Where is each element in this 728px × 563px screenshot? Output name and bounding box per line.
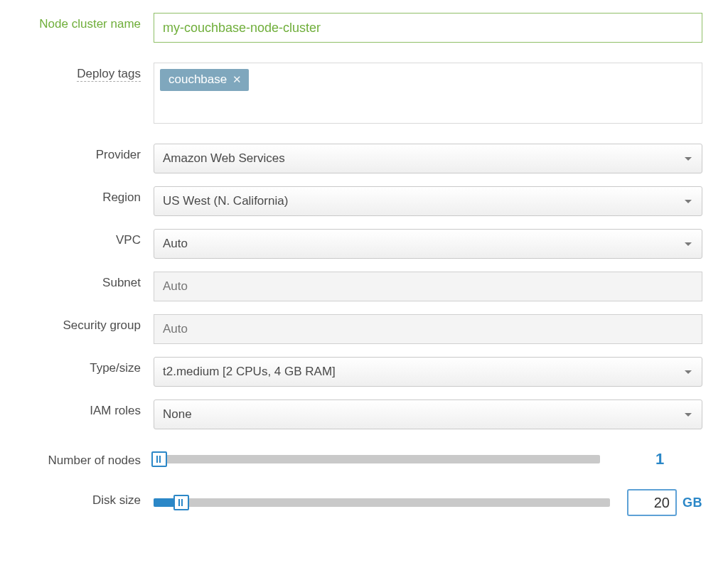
iam-roles-value: None [163, 407, 192, 421]
region-value: US West (N. California) [163, 194, 288, 208]
number-of-nodes-label: Number of nodes [26, 449, 154, 468]
number-of-nodes-slider[interactable] [154, 449, 600, 469]
disk-size-label: Disk size [26, 489, 154, 508]
slider-handle-icon[interactable] [151, 451, 167, 467]
region-label: Region [26, 186, 154, 205]
vpc-value: Auto [163, 237, 188, 250]
node-cluster-name-label: Node cluster name [26, 13, 154, 31]
vpc-select[interactable]: Auto [154, 229, 702, 259]
number-of-nodes-value: 1 [617, 450, 702, 468]
security-group-input [154, 314, 702, 344]
iam-roles-label: IAM roles [26, 400, 154, 418]
subnet-label: Subnet [26, 272, 154, 290]
disk-size-slider[interactable] [154, 493, 610, 513]
iam-roles-select[interactable]: None [154, 400, 702, 429]
type-size-label: Type/size [26, 357, 154, 375]
disk-size-input[interactable] [627, 489, 677, 516]
chevron-down-icon [685, 200, 692, 203]
tag-chip[interactable]: couchbase ✕ [160, 69, 249, 91]
type-size-value: t2.medium [2 CPUs, 4 GB RAM] [163, 365, 336, 378]
subnet-input [154, 272, 702, 301]
slider-handle-icon[interactable] [173, 495, 189, 510]
tag-label: couchbase [168, 73, 227, 87]
disk-size-unit: GB [682, 495, 702, 510]
tag-remove-icon[interactable]: ✕ [232, 73, 242, 86]
security-group-label: Security group [26, 314, 154, 333]
chevron-down-icon [685, 413, 692, 417]
provider-label: Provider [26, 144, 154, 162]
chevron-down-icon [685, 242, 692, 246]
region-select[interactable]: US West (N. California) [154, 186, 702, 216]
chevron-down-icon [685, 157, 692, 161]
chevron-down-icon [685, 370, 692, 374]
vpc-label: VPC [26, 229, 154, 247]
provider-select[interactable]: Amazon Web Services [154, 144, 702, 173]
type-size-select[interactable]: t2.medium [2 CPUs, 4 GB RAM] [154, 357, 702, 387]
deploy-tags-label: Deploy tags [26, 63, 154, 81]
deploy-tags-input[interactable]: couchbase ✕ [154, 63, 702, 124]
node-cluster-name-input[interactable] [154, 13, 702, 43]
provider-value: Amazon Web Services [163, 151, 285, 165]
